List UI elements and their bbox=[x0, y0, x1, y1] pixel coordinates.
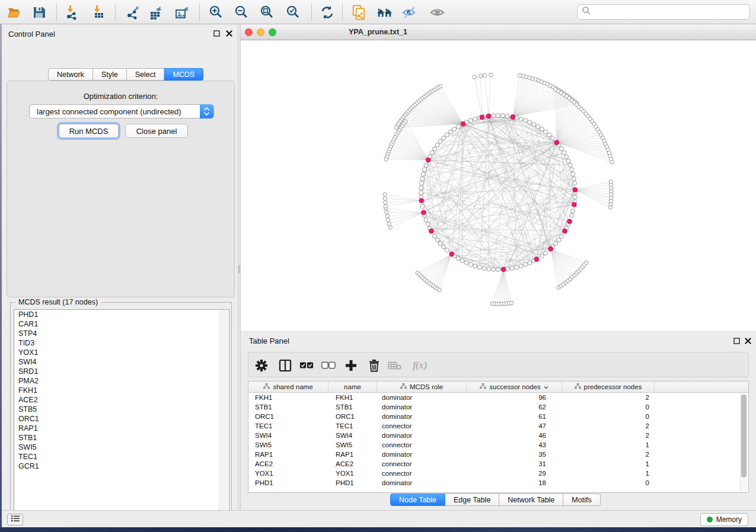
search-input[interactable] bbox=[591, 6, 749, 18]
graph-node[interactable] bbox=[445, 248, 449, 252]
run-mcds-button[interactable]: Run MCDS bbox=[59, 124, 119, 138]
column-header-predecessor-nodes[interactable]: predecessor nodes bbox=[562, 382, 655, 392]
mcds-result-item[interactable]: ACE2 bbox=[14, 395, 229, 405]
graph-node[interactable] bbox=[394, 126, 398, 129]
graph-node[interactable] bbox=[528, 120, 532, 124]
graph-node[interactable] bbox=[385, 210, 388, 214]
graph-node[interactable] bbox=[519, 117, 523, 121]
export-network-icon[interactable] bbox=[125, 4, 141, 20]
zoom-fit-icon[interactable] bbox=[259, 4, 275, 20]
close-panel-button[interactable]: Close panel bbox=[125, 124, 188, 138]
search-box[interactable] bbox=[577, 4, 750, 20]
mcds-result-item[interactable]: SWI4 bbox=[14, 357, 229, 367]
graph-node[interactable] bbox=[435, 238, 439, 242]
table-row[interactable]: FKH1FKH1dominator962 bbox=[248, 393, 748, 402]
mcds-result-item[interactable]: PHD1 bbox=[14, 310, 229, 319]
graph-node[interactable] bbox=[419, 186, 423, 190]
graph-node[interactable] bbox=[424, 218, 428, 222]
graph-node[interactable] bbox=[482, 266, 486, 270]
cell-name[interactable]: SWI5 bbox=[328, 441, 377, 448]
graph-node[interactable] bbox=[438, 242, 442, 246]
graph-node[interactable] bbox=[540, 254, 544, 258]
graph-node[interactable] bbox=[452, 127, 457, 132]
graph-node[interactable] bbox=[384, 204, 387, 208]
graph-node[interactable] bbox=[584, 261, 588, 264]
delete-table-icon[interactable] bbox=[388, 358, 402, 373]
cell-predecessor-nodes[interactable]: 2 bbox=[562, 451, 655, 458]
tab-edge-table[interactable]: Edge Table bbox=[445, 493, 499, 506]
network-canvas[interactable] bbox=[241, 40, 756, 331]
first-neighbors-icon[interactable] bbox=[377, 4, 393, 20]
tab-motifs[interactable]: Motifs bbox=[563, 493, 600, 506]
zoom-in-icon[interactable] bbox=[208, 4, 224, 20]
mcds-result-list[interactable]: PHD1CAR1STP4TID3YOX1SWI4SRD1PMA2FKH1ACE2… bbox=[14, 309, 229, 518]
graph-node[interactable] bbox=[442, 245, 446, 249]
add-row-icon[interactable] bbox=[344, 358, 358, 373]
graph-node[interactable] bbox=[573, 181, 577, 185]
graph-node[interactable] bbox=[570, 213, 574, 217]
cell-mcds-role[interactable]: dominator bbox=[377, 394, 467, 401]
cell-name[interactable]: RAP1 bbox=[328, 451, 377, 458]
graph-node[interactable] bbox=[385, 214, 389, 218]
graph-node[interactable] bbox=[519, 264, 523, 268]
graph-node[interactable] bbox=[553, 88, 557, 91]
graph-node[interactable] bbox=[473, 75, 476, 79]
delete-rows-icon[interactable] bbox=[367, 358, 381, 373]
tab-network-table[interactable]: Network Table bbox=[499, 493, 563, 506]
cell-predecessor-nodes[interactable]: 1 bbox=[562, 441, 655, 448]
graph-node[interactable] bbox=[547, 133, 551, 137]
cell-successor-nodes[interactable]: 47 bbox=[467, 422, 562, 430]
graph-node[interactable] bbox=[559, 147, 563, 151]
graph-node[interactable] bbox=[573, 195, 577, 199]
graph-node[interactable] bbox=[479, 74, 482, 78]
graph-node[interactable] bbox=[468, 118, 473, 123]
memory-button[interactable]: Memory bbox=[700, 513, 748, 526]
cell-predecessor-nodes[interactable]: 0 bbox=[562, 403, 655, 411]
import-network-icon[interactable] bbox=[64, 4, 80, 20]
graph-node[interactable] bbox=[540, 127, 544, 132]
graph-node[interactable] bbox=[424, 163, 428, 167]
mcds-result-item[interactable]: STP4 bbox=[14, 329, 229, 338]
graph-hub-node[interactable] bbox=[426, 158, 430, 162]
cell-successor-nodes[interactable]: 18 bbox=[467, 479, 562, 486]
table-row[interactable]: ACE2ACE2connector311 bbox=[248, 459, 748, 469]
cell-successor-nodes[interactable]: 61 bbox=[467, 413, 562, 420]
cell-predecessor-nodes[interactable]: 1 bbox=[562, 460, 655, 467]
graph-node[interactable] bbox=[489, 73, 493, 76]
graph-node[interactable] bbox=[544, 251, 548, 255]
show-columns-icon[interactable] bbox=[278, 358, 292, 373]
cell-predecessor-nodes[interactable]: 2 bbox=[562, 432, 655, 439]
graph-hub-node[interactable] bbox=[554, 140, 559, 145]
graph-node[interactable] bbox=[420, 204, 425, 209]
graph-node[interactable] bbox=[473, 117, 477, 121]
graph-node[interactable] bbox=[438, 139, 442, 143]
cell-mcds-role[interactable]: connector bbox=[377, 422, 467, 430]
cell-mcds-role[interactable]: dominator bbox=[377, 403, 467, 411]
zoom-selected-icon[interactable] bbox=[285, 4, 301, 20]
cell-successor-nodes[interactable]: 31 bbox=[467, 460, 562, 467]
graph-node[interactable] bbox=[420, 177, 425, 181]
graph-node[interactable] bbox=[496, 114, 500, 118]
graph-node[interactable] bbox=[510, 301, 513, 305]
deselect-all-icon[interactable] bbox=[321, 358, 336, 373]
graph-node[interactable] bbox=[460, 259, 464, 263]
cell-predecessor-nodes[interactable]: 1 bbox=[562, 470, 655, 477]
cell-successor-nodes[interactable]: 43 bbox=[467, 441, 562, 448]
graph-node[interactable] bbox=[438, 288, 441, 291]
save-session-icon[interactable] bbox=[31, 4, 47, 20]
graph-hub-node[interactable] bbox=[480, 115, 484, 120]
graph-node[interactable] bbox=[422, 168, 426, 172]
graph-node[interactable] bbox=[550, 136, 554, 140]
column-header-shared-name[interactable]: shared name bbox=[248, 382, 328, 392]
graph-node[interactable] bbox=[518, 73, 521, 77]
table-scrollbar-thumb[interactable] bbox=[741, 395, 747, 477]
cell-name[interactable]: ORC1 bbox=[328, 413, 377, 420]
graph-node[interactable] bbox=[487, 267, 491, 271]
cell-predecessor-nodes[interactable]: 2 bbox=[562, 394, 655, 401]
open-file-icon[interactable] bbox=[5, 4, 21, 20]
function-builder-icon[interactable]: f(x) bbox=[410, 358, 430, 373]
cell-mcds-role[interactable]: connector bbox=[377, 470, 467, 477]
table-row[interactable]: STB1STB1dominator620 bbox=[248, 402, 748, 412]
graph-node[interactable] bbox=[384, 158, 388, 161]
cell-predecessor-nodes[interactable]: 0 bbox=[562, 413, 655, 420]
